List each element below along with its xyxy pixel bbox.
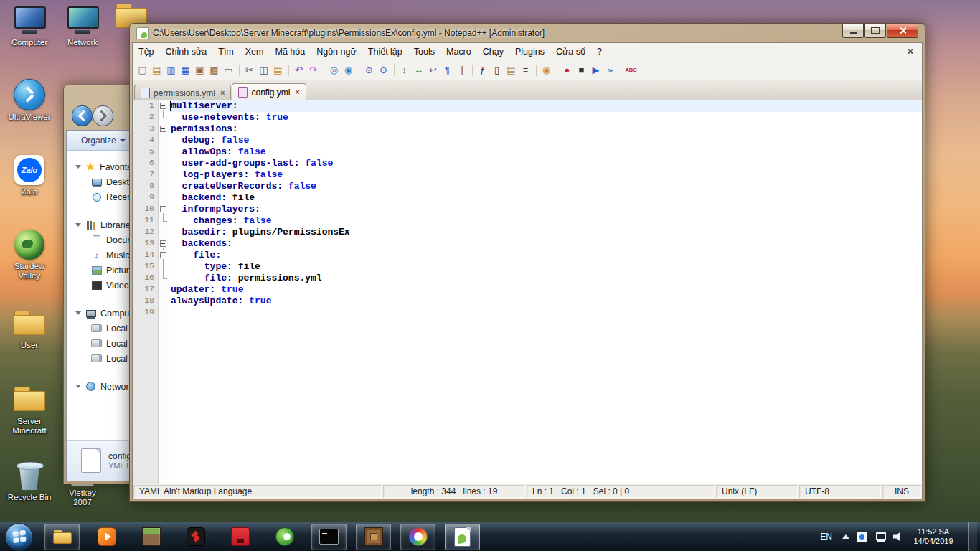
menu-item-xem[interactable]: Xem <box>240 44 270 59</box>
desktop-icon-computer[interactable]: Computer <box>6 6 53 47</box>
document-map-button[interactable]: ▯ <box>490 63 504 77</box>
menu-item-ch-y[interactable]: Chạy <box>477 44 509 59</box>
show-all-characters-button[interactable]: ¶ <box>440 63 454 77</box>
fold-collapse-icon[interactable] <box>159 100 169 112</box>
menu-item-thi-t-l-p[interactable]: Thiết lập <box>362 44 408 59</box>
save-file-button[interactable]: ▥ <box>164 63 178 77</box>
desktop-icon-user[interactable]: User <box>6 309 53 350</box>
code-line: changes: false <box>169 215 922 227</box>
run-macro-multiple-times-button[interactable]: » <box>603 63 617 77</box>
show-desktop-button[interactable] <box>968 522 977 551</box>
file-monitoring-button[interactable]: ◉ <box>540 63 553 77</box>
tab-config-yml[interactable]: config.yml× <box>232 83 306 100</box>
clock[interactable]: 11:52 SA 14/04/2019 <box>910 527 956 546</box>
find-button[interactable]: ◎ <box>327 63 341 77</box>
sync-horizontal-scroll-button[interactable]: ↔ <box>412 63 425 77</box>
disk-icon <box>91 323 102 334</box>
taskbar-garena-button[interactable] <box>178 524 213 550</box>
back-button[interactable] <box>72 105 93 126</box>
undo-button[interactable]: ↶ <box>292 63 306 77</box>
paste-button[interactable]: ▤ <box>271 63 285 77</box>
desktop-icon-stardew[interactable]: Stardew Valley <box>6 230 53 281</box>
desktop-icon-server-minecraft[interactable]: Server Minecraft <box>6 385 53 435</box>
fold-collapse-icon[interactable] <box>159 238 169 250</box>
save-all-button[interactable]: ▦ <box>179 63 192 77</box>
folder-as-workspace-button[interactable]: ▤ <box>504 63 518 77</box>
zalo-icon: Zalo <box>14 155 44 185</box>
desktop-icon-ultraviewer[interactable]: UltraViewer <box>6 79 53 122</box>
menu-item-item[interactable]: ? <box>591 44 608 59</box>
close-document-button[interactable] <box>898 48 922 55</box>
sync-vertical-scroll-button[interactable]: ↕ <box>397 63 411 77</box>
function-list-button[interactable]: ƒ <box>476 63 489 77</box>
code-line: informplayers: <box>169 204 922 215</box>
taskbar: EN 11:52 SA 14/04/2019 <box>0 522 980 551</box>
taskbar-media-player-button[interactable] <box>89 524 124 550</box>
redo-button[interactable]: ↷ <box>306 63 320 77</box>
taskbar-red-app-button[interactable] <box>222 524 258 550</box>
playback-macro-button[interactable]: ▶ <box>589 63 603 77</box>
tab-close-icon[interactable]: × <box>295 88 299 96</box>
replace-button[interactable]: ◉ <box>341 63 355 77</box>
document-switcher-button[interactable]: ≡ <box>519 63 532 77</box>
minimize-button[interactable] <box>842 24 864 38</box>
language-indicator[interactable]: EN <box>817 530 835 543</box>
cut-button[interactable]: ✂ <box>242 63 256 77</box>
new-file-button[interactable]: ▢ <box>136 63 149 77</box>
fold-collapse-icon[interactable] <box>159 204 169 215</box>
print-button[interactable]: ▭ <box>222 63 235 77</box>
stop-recording-button[interactable]: ■ <box>575 63 588 77</box>
desktop-icon-network[interactable]: Network <box>59 6 106 47</box>
fold-collapse-icon[interactable] <box>159 250 169 261</box>
menu-item-ch-nh-s-a[interactable]: Chỉnh sửa <box>160 44 213 59</box>
tab-permissions-yml[interactable]: permissions.yml× <box>134 85 231 100</box>
fold-collapse-icon[interactable] <box>159 123 169 135</box>
hidden-icons-chevron-icon[interactable] <box>842 534 849 539</box>
zoom-in-button[interactable]: ⊕ <box>362 63 376 77</box>
fold-margin-cell <box>159 146 169 158</box>
taskbar-minecraft-button[interactable] <box>133 524 169 550</box>
code-area[interactable]: multiserver: use-netevents: truepermissi… <box>169 100 922 484</box>
menu-item-m-h-a[interactable]: Mã hóa <box>269 44 311 59</box>
close-all-files-button[interactable]: ▩ <box>207 63 221 77</box>
start-button[interactable] <box>5 523 33 551</box>
copy-button[interactable]: ◫ <box>257 63 270 77</box>
organize-button[interactable]: Organize <box>75 133 131 148</box>
ultraviewer-tray-icon[interactable] <box>857 532 867 542</box>
zoom-out-button[interactable]: ⊖ <box>377 63 390 77</box>
desktop-icon-recycle-bin[interactable]: Recycle Bin <box>6 461 53 502</box>
taskbar-notepad-plus-plus-button[interactable] <box>445 524 480 550</box>
menu-item-tools[interactable]: Tools <box>408 44 440 59</box>
volume-tray-icon[interactable] <box>893 532 903 542</box>
indent-guides-button[interactable]: ∥ <box>455 63 468 77</box>
line-number: 1 <box>133 100 158 112</box>
maximize-button[interactable] <box>864 24 886 38</box>
taskbar-explorer-button[interactable] <box>44 524 80 550</box>
desktop-icon-zalo[interactable]: ZaloZalo <box>6 155 53 197</box>
taskbar-paint-button[interactable] <box>400 524 435 550</box>
taskbar-coccoc-button[interactable] <box>267 524 302 550</box>
menu-item-ng-n-ng[interactable]: Ngôn ngữ <box>311 44 362 59</box>
menu-item-c-a-s[interactable]: Cửa sổ <box>550 44 591 59</box>
tab-close-icon[interactable]: × <box>220 89 225 97</box>
close-button[interactable] <box>887 24 918 38</box>
taskbar-cmd-button[interactable] <box>311 524 347 550</box>
encoding-status: UTF-8 <box>799 485 881 498</box>
record-macro-button[interactable]: ● <box>560 63 574 77</box>
word-wrap-button[interactable]: ↩ <box>426 63 440 77</box>
menu-item-macro[interactable]: Macro <box>440 44 477 59</box>
menu-item-t-m[interactable]: Tìm <box>212 44 240 59</box>
editor[interactable]: 12345678910111213141516171819 multiserve… <box>133 100 922 484</box>
open-file-button[interactable]: ▤ <box>150 63 164 77</box>
menu-item-t-p[interactable]: Tệp <box>133 44 160 59</box>
titlebar[interactable]: C:\Users\User\Desktop\Server Minecraft\p… <box>132 24 923 42</box>
taskbar-minecraft-server-button[interactable] <box>356 524 391 550</box>
line-number: 9 <box>133 192 158 204</box>
close-file-button[interactable]: ▣ <box>193 63 207 77</box>
forward-button[interactable] <box>93 105 113 126</box>
line-number: 14 <box>133 250 158 261</box>
menu-item-plugins[interactable]: Plugins <box>509 44 550 59</box>
spell-check-button[interactable]: ABC <box>624 63 638 77</box>
computer-icon <box>13 6 46 36</box>
network-tray-icon[interactable] <box>875 532 886 542</box>
